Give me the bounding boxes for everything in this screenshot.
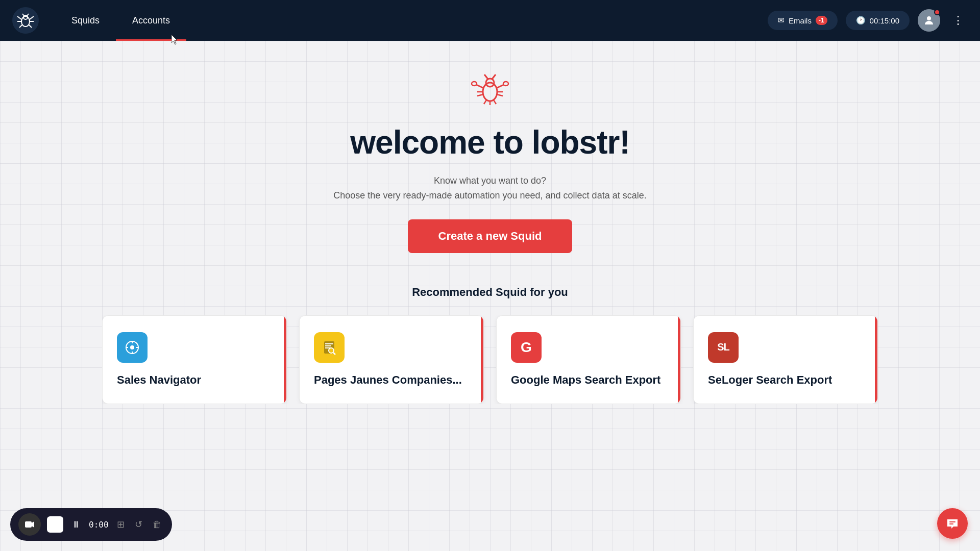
record-pause-button[interactable]: ⏸ (69, 517, 83, 532)
recording-bar: ⏸ 0:00 ⊞ ↺ 🗑 (10, 508, 172, 541)
svg-rect-35 (325, 345, 331, 346)
svg-line-14 (484, 74, 488, 79)
recording-timer: 0:00 (89, 520, 109, 530)
nav-right: ✉ Emails -1 🕐 00:15:00 ⋮ (768, 9, 968, 32)
record-trash-button[interactable]: 🗑 (151, 517, 164, 532)
card-pages-jaunes[interactable]: Pages Jaunes Companies... (299, 315, 484, 405)
create-squid-button[interactable]: Create a new Squid (408, 219, 573, 253)
email-icon: ✉ (778, 16, 785, 25)
card-title-seloger: SeLoger Search Export (708, 373, 863, 388)
card-seloger[interactable]: SL SeLoger Search Export (693, 315, 878, 405)
record-stop-button[interactable] (47, 516, 63, 533)
nav-tab-accounts[interactable]: Accounts (116, 0, 186, 41)
card-title-google-maps: Google Maps Search Export (511, 373, 666, 388)
hero-subtitle: Know what you want to do? Choose the ver… (333, 173, 646, 203)
svg-line-16 (476, 85, 483, 88)
hero-logo (467, 65, 513, 111)
timer-button[interactable]: 🕐 00:15:00 (846, 11, 910, 30)
card-icon-seloger: SL (708, 332, 739, 363)
avatar-container (918, 9, 940, 32)
app-logo[interactable] (12, 7, 39, 34)
svg-line-26 (494, 100, 496, 104)
hero-section: welcome to lobstr! Know what you want to… (333, 65, 646, 253)
nav-tabs: Squids Accounts (55, 0, 186, 41)
recommended-title: Recommended Squid for you (102, 286, 878, 299)
hero-subtitle-line2: Choose the very ready-made automation yo… (333, 188, 646, 203)
record-video-button[interactable] (18, 513, 41, 536)
more-options-button[interactable]: ⋮ (948, 10, 968, 31)
emails-button[interactable]: ✉ Emails -1 (768, 11, 838, 30)
card-icon-sales-navigator (117, 332, 148, 363)
avatar-notification-dot (934, 9, 940, 15)
chat-bubble-button[interactable] (937, 508, 968, 539)
svg-point-19 (503, 82, 508, 86)
svg-point-28 (130, 345, 134, 349)
timer-icon: 🕐 (856, 16, 866, 25)
main-content: welcome to lobstr! Know what you want to… (0, 41, 980, 551)
svg-point-17 (472, 82, 477, 86)
card-title-sales-navigator: Sales Navigator (117, 373, 272, 388)
svg-point-37 (329, 348, 334, 353)
avatar-button[interactable] (918, 9, 940, 32)
card-title-pages-jaunes: Pages Jaunes Companies... (314, 373, 469, 388)
card-google-maps[interactable]: G Google Maps Search Export (496, 315, 681, 405)
svg-line-24 (484, 100, 486, 104)
svg-line-38 (333, 353, 335, 355)
hero-title: welcome to lobstr! (350, 123, 629, 161)
svg-marker-40 (32, 521, 34, 528)
svg-rect-41 (949, 521, 955, 522)
nav-tab-squids[interactable]: Squids (55, 0, 116, 41)
svg-line-15 (492, 74, 496, 79)
emails-label: Emails (789, 16, 812, 25)
emails-badge: -1 (816, 16, 827, 25)
cards-row: Sales Navigator Pages Jaunes Companies..… (102, 315, 878, 405)
svg-point-0 (12, 7, 39, 34)
card-icon-pages-jaunes (314, 332, 345, 363)
seloger-icon-letters: SL (717, 341, 729, 353)
svg-point-12 (483, 83, 497, 101)
card-sales-navigator[interactable]: Sales Navigator (102, 315, 287, 405)
svg-rect-34 (325, 343, 333, 344)
svg-rect-42 (949, 523, 953, 524)
timer-value: 00:15:00 (870, 16, 899, 25)
record-grid-button[interactable]: ⊞ (115, 517, 127, 532)
svg-line-18 (497, 85, 504, 88)
hero-subtitle-line1: Know what you want to do? (333, 173, 646, 188)
card-icon-google-maps: G (511, 332, 542, 363)
google-icon-letter: G (521, 339, 532, 356)
svg-line-21 (477, 94, 483, 96)
recommended-section: Recommended Squid for you Sales Navigato… (82, 286, 898, 405)
record-undo-button[interactable]: ↺ (133, 517, 144, 532)
navbar: Squids Accounts ✉ Emails -1 🕐 00:15:00 (0, 0, 980, 41)
svg-rect-39 (25, 521, 32, 528)
svg-point-11 (927, 16, 931, 20)
svg-line-23 (497, 94, 503, 96)
